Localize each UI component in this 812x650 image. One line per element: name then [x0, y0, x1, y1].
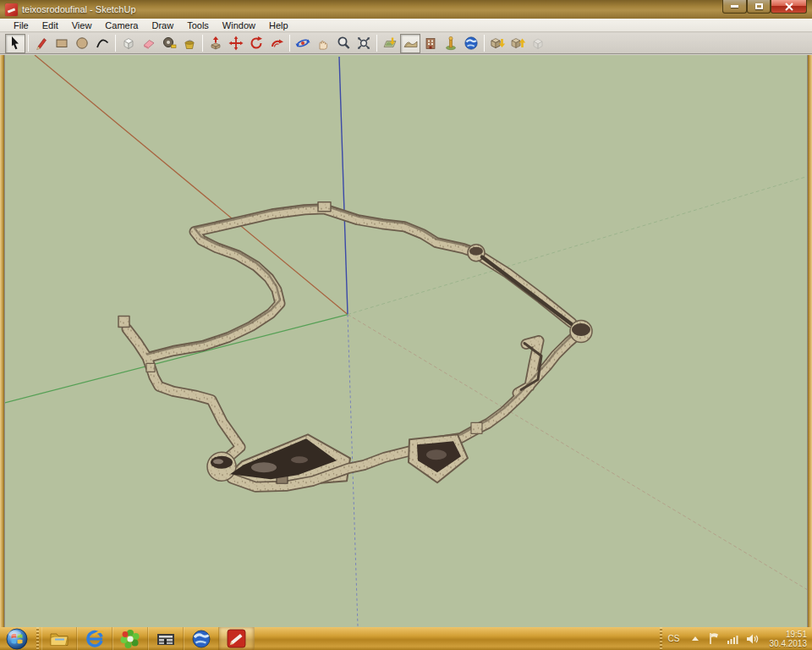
select-tool-button[interactable] — [5, 34, 25, 53]
minimize-icon — [731, 5, 738, 8]
show-hidden-icons-button[interactable] — [692, 636, 699, 641]
rampart-walkway — [482, 257, 571, 324]
desktop: teixosrodoufinal - SketchUp File Edit Vi… — [0, 0, 812, 650]
arc-tool-button[interactable] — [92, 34, 112, 53]
get-models-button[interactable] — [487, 34, 508, 53]
tape-measure-icon — [162, 36, 177, 51]
volume-speaker-icon[interactable] — [746, 633, 760, 645]
share-model-button[interactable] — [508, 34, 528, 53]
google-earth-taskbar-icon — [191, 629, 211, 649]
menu-view[interactable]: View — [65, 19, 99, 31]
tray-grip — [657, 627, 665, 650]
move-tool-button[interactable] — [226, 34, 246, 53]
maximize-button[interactable] — [747, 0, 771, 14]
pan-tool-button[interactable] — [313, 34, 333, 53]
menu-tools[interactable]: Tools — [180, 19, 216, 31]
toolbar-separator — [484, 35, 485, 52]
menu-window[interactable]: Window — [216, 19, 262, 31]
pencil-icon — [34, 36, 49, 51]
menu-camera[interactable]: Camera — [98, 19, 145, 31]
orbit-icon — [295, 36, 310, 51]
maximize-icon — [755, 3, 763, 9]
menu-edit[interactable]: Edit — [36, 19, 65, 31]
sketchup-window-icon — [5, 3, 18, 16]
taskbar-windows-explorer[interactable] — [41, 627, 77, 650]
rectangle-tool-button[interactable] — [52, 34, 72, 53]
add-location-button[interactable] — [380, 34, 400, 53]
offset-icon — [269, 36, 284, 51]
northeast-tower-top — [469, 247, 483, 256]
wedge-floor-highlight — [251, 462, 277, 472]
menu-help[interactable]: Help — [262, 19, 295, 31]
zoom-extents-icon — [356, 36, 371, 51]
paint-bucket-tool-button[interactable] — [179, 34, 200, 53]
internet-explorer-icon — [85, 629, 105, 649]
window-title: teixosrodoufinal - SketchUp — [22, 4, 136, 14]
terrain-tile-icon — [382, 36, 398, 51]
circle-icon — [74, 36, 90, 51]
figure-icon — [443, 36, 458, 51]
zoom-extents-button[interactable] — [354, 34, 374, 53]
pan-hand-icon — [315, 36, 331, 51]
taskbar-google-earth[interactable] — [184, 627, 219, 650]
west-tower — [118, 317, 129, 328]
share-component-button[interactable] — [528, 34, 548, 53]
tape-measure-tool-button[interactable] — [159, 34, 179, 53]
push-pull-tool-button[interactable] — [206, 34, 226, 53]
pentagon-floor-highlight — [426, 449, 447, 460]
clock-time: 19:51 — [770, 630, 808, 639]
network-signal-icon[interactable] — [727, 633, 739, 645]
make-component-button[interactable] — [118, 34, 139, 53]
drawing-axes — [0, 55, 812, 626]
preview-in-google-earth-button[interactable] — [441, 34, 461, 53]
taskbar-clock[interactable]: 19:51 30.4.2013 — [770, 630, 808, 648]
circle-tool-button[interactable] — [72, 34, 92, 53]
magnifier-icon — [336, 36, 351, 51]
fortress-model — [118, 202, 592, 488]
line-tool-button[interactable] — [31, 34, 52, 53]
zoom-tool-button[interactable] — [333, 34, 354, 53]
green-axis-dashed — [348, 175, 812, 315]
toolbar-separator — [376, 35, 377, 52]
clock-date: 30.4.2013 — [770, 639, 808, 648]
taskbar-building-app[interactable] — [148, 627, 184, 650]
start-button[interactable] — [0, 627, 34, 650]
close-button[interactable] — [771, 0, 807, 14]
sketchup-taskbar-icon — [227, 629, 246, 648]
toolbar-separator — [28, 35, 29, 52]
toolbar — [0, 33, 812, 54]
taskbar-internet-explorer[interactable] — [77, 627, 112, 650]
model-canvas[interactable] — [0, 55, 812, 627]
warehouse-upload-icon — [509, 36, 526, 51]
arc-icon — [95, 36, 110, 51]
bastion-floor-highlight — [213, 459, 223, 464]
google-earth-button[interactable] — [461, 34, 481, 53]
close-icon — [785, 3, 793, 11]
north-gate-tower — [318, 202, 331, 212]
action-center-flag-icon[interactable] — [708, 632, 720, 645]
south-gate-tower — [471, 422, 482, 433]
rotate-tool-button[interactable] — [246, 34, 266, 53]
window-border-line-left — [4, 55, 5, 627]
component-gray-icon — [530, 36, 546, 51]
toggle-terrain-button[interactable] — [400, 34, 420, 53]
language-indicator[interactable]: CS — [668, 634, 680, 643]
blue-axis — [339, 57, 348, 315]
offset-tool-button[interactable] — [266, 34, 287, 53]
menu-draw[interactable]: Draw — [145, 19, 180, 31]
toolbar-separator — [289, 35, 290, 52]
orbit-tool-button[interactable] — [293, 34, 313, 53]
title-bar: teixosrodoufinal - SketchUp — [0, 0, 812, 19]
building-app-icon — [156, 630, 176, 648]
eraser-tool-button[interactable] — [139, 34, 159, 53]
component-cube-icon — [121, 36, 136, 51]
modeling-viewport[interactable] — [0, 55, 812, 627]
push-pull-icon — [208, 36, 223, 51]
photo-textures-button[interactable] — [420, 34, 441, 53]
building-icon — [423, 36, 438, 51]
taskbar-sketchup[interactable] — [219, 627, 255, 650]
terrain-hill-icon — [403, 36, 419, 51]
taskbar-icq[interactable] — [112, 627, 148, 650]
menu-file[interactable]: File — [7, 19, 36, 31]
minimize-button[interactable] — [722, 0, 747, 14]
